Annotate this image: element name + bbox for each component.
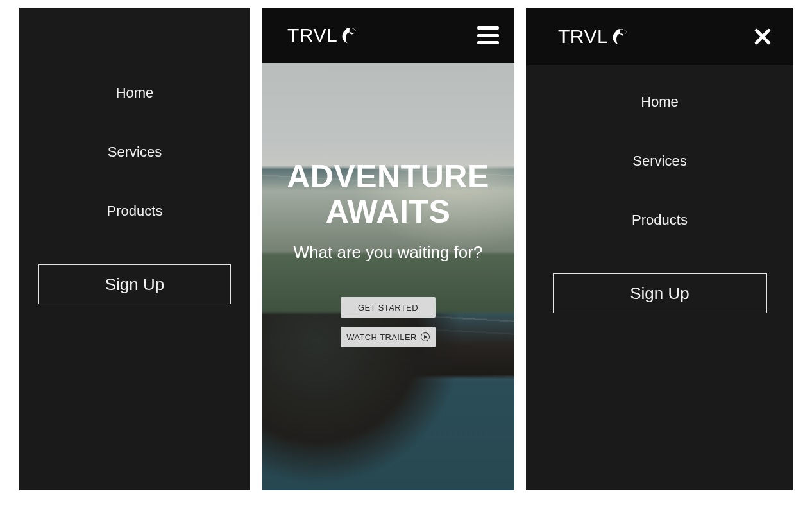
hero-subtitle: What are you waiting for?	[294, 243, 483, 262]
signup-button[interactable]: Sign Up	[553, 273, 767, 313]
mobile-menu-panel-headless: Home Services Products Sign Up	[19, 8, 250, 490]
hero-cta-group: GET STARTED WATCH TRAILER	[341, 297, 436, 347]
mobile-menu-panel-open: TRVL Home Services Products Sign Up	[526, 8, 793, 490]
watch-trailer-button[interactable]: WATCH TRAILER	[341, 327, 436, 347]
brand-name: TRVL	[558, 26, 608, 47]
nav-services[interactable]: Services	[108, 144, 162, 160]
brand-name: TRVL	[287, 24, 337, 46]
play-icon	[421, 332, 430, 341]
logo-icon	[341, 27, 358, 44]
get-started-label: GET STARTED	[358, 303, 418, 313]
get-started-button[interactable]: GET STARTED	[341, 297, 436, 318]
brand[interactable]: TRVL	[287, 24, 358, 46]
menu-icon[interactable]	[477, 26, 499, 44]
logo-icon	[612, 28, 629, 45]
watch-trailer-label: WATCH TRAILER	[346, 332, 417, 342]
nav-products[interactable]: Products	[632, 212, 688, 228]
signup-button[interactable]: Sign Up	[38, 264, 231, 304]
hero-title: ADVENTURE AWAITS	[282, 159, 494, 230]
close-icon[interactable]	[752, 26, 773, 47]
nav-services[interactable]: Services	[632, 153, 686, 169]
nav-home[interactable]: Home	[116, 85, 154, 101]
header: TRVL	[526, 8, 793, 65]
header: TRVL	[262, 8, 514, 63]
hero: ADVENTURE AWAITS What are you waiting fo…	[262, 63, 514, 490]
nav-home[interactable]: Home	[641, 94, 679, 110]
mobile-menu: Home Services Products Sign Up	[526, 65, 793, 490]
nav-products[interactable]: Products	[107, 203, 163, 219]
brand[interactable]: TRVL	[558, 26, 629, 47]
mobile-landing-panel: TRVL ADVENTURE AWAITS What are you waiti…	[262, 8, 514, 490]
